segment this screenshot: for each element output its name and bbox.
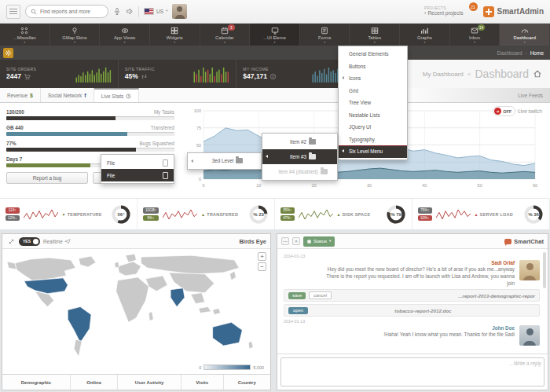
cancel-button[interactable]: cancel [309, 291, 332, 299]
kpi-gauge: % 79 [386, 204, 406, 225]
stats-ribbon: SITE ORDERS 2447 SITE TRAFFIC 45% [0, 60, 550, 88]
nav-item-label: Dashboard [514, 35, 536, 40]
column-header[interactable]: User Activity [118, 375, 181, 390]
menu-item[interactable]: Grid [339, 85, 407, 97]
ribbon: Dashboard › Home [0, 46, 550, 60]
notification-badge[interactable]: 21 [469, 2, 478, 11]
stat-label: SITE ORDERS [6, 67, 36, 72]
progress-row: 130/200My Tasks [6, 109, 174, 120]
stat-value: $47,171 [243, 72, 267, 81]
page-title-prefix: My Dashboard [423, 71, 464, 78]
nav-item-tables[interactable]: Tables▾ [350, 24, 400, 46]
attachment-filename[interactable]: ...report-2013-demographic-repor [458, 293, 535, 299]
file-icon [163, 159, 168, 167]
message-text: Hey did you meet the new board of direct… [318, 266, 515, 287]
progress-label: Bugs Squashed [140, 141, 174, 146]
nav-item-gmap-skins[interactable]: GMap Skins▾ [50, 24, 101, 46]
realtime-toggle[interactable]: YES [19, 237, 40, 246]
nav-item-inbox[interactable]: 14 Inbox▾ [450, 24, 500, 46]
language-selector[interactable]: US ▾ [144, 8, 167, 15]
menu-item[interactable]: Buttons [339, 60, 407, 73]
live-switch-toggle[interactable]: ×OFF Live switch [493, 106, 542, 116]
status-dropdown[interactable]: Status ▾ [303, 236, 335, 247]
nav-item-app-views[interactable]: App Views▾ [100, 24, 150, 46]
close-button[interactable]: × [292, 237, 300, 245]
column-header[interactable]: Country [224, 375, 270, 390]
speaker-icon[interactable] [126, 7, 134, 16]
breadcrumb-parent[interactable]: Dashboard [497, 50, 522, 56]
tab-social-network[interactable]: Social Network f [41, 88, 94, 102]
zoom-out-button[interactable]: − [258, 262, 266, 271]
menu-item[interactable]: JQuery UI [339, 121, 407, 134]
folder-icon [309, 139, 316, 145]
facebook-icon: f [84, 93, 86, 98]
nav-item-ui-elements[interactable]: ...UI Eleme▾ [250, 24, 300, 46]
nav-item-calendar[interactable]: 3 Calendar▾ [200, 24, 251, 46]
submenu-item-active[interactable]: Item #3 [262, 149, 337, 164]
context-menu-item-active[interactable]: File [101, 169, 174, 181]
menu-item[interactable]: Nestable Lists [339, 109, 407, 122]
submenu-arrow-icon [342, 149, 344, 152]
nav-item-miscellaneous[interactable]: ...Miscellan▾ [0, 24, 50, 46]
miscellaneous-icon [20, 27, 28, 35]
ribbon-settings-button[interactable] [3, 48, 13, 58]
reply-input[interactable] [280, 357, 544, 387]
open-button[interactable]: open [288, 307, 308, 314]
save-button[interactable]: save [288, 292, 306, 299]
kpi-gauge: % 23 [248, 204, 269, 225]
message-text: !Haha! Yeah I know what you mean. Thanks… [383, 332, 515, 339]
sender-name[interactable]: John Doe [383, 325, 515, 331]
svg-text:50: 50 [478, 183, 482, 188]
breadcrumb-separator-icon: › [526, 50, 527, 55]
kpi-badge: 9%↑ [143, 215, 159, 221]
zoom-in-button[interactable]: + [258, 252, 266, 261]
user-avatar[interactable] [172, 4, 187, 19]
breadcrumb-current: Home [530, 50, 544, 56]
nav-item-label: Graphs [417, 35, 432, 40]
column-header[interactable]: Demographic [2, 375, 71, 390]
tab-live-stats[interactable]: Live Stats [94, 88, 140, 102]
plane-icon [64, 238, 71, 244]
column-header[interactable]: Visits [182, 375, 224, 390]
menu-item[interactable]: Typography [339, 134, 407, 146]
recent-projects-dropdown[interactable]: PROJECTS ▾Recent projects [424, 6, 463, 17]
realtime-label-group: Realtime [43, 238, 71, 244]
global-search [25, 5, 108, 18]
minimize-button[interactable]: — [281, 237, 289, 245]
search-input[interactable] [40, 9, 103, 14]
svg-text:100: 100 [194, 108, 201, 113]
expand-button[interactable] [6, 236, 16, 246]
attachment-filename[interactable]: tobacco-report-2012.doc [394, 308, 451, 313]
context-menu-item[interactable]: File [101, 156, 174, 169]
microphone-icon[interactable] [113, 7, 121, 16]
progress-value: 130/200 [6, 109, 24, 115]
chat-scrollbar[interactable] [543, 252, 546, 288]
sender-name[interactable]: Sadi Orlaf [318, 260, 515, 266]
kpi-server-load: 75%↑ 10%↓ ▲SERVER LOAD % 36 [412, 199, 550, 229]
traffic-arrows-icon [141, 73, 148, 80]
tab-revenue[interactable]: Revenue $ [0, 88, 41, 102]
kpi-gauge: % 36 [523, 204, 544, 225]
menu-item[interactable]: Icons [339, 72, 407, 85]
submenu-item[interactable]: 3ed Level [188, 153, 261, 169]
menu-item[interactable]: General Elements [339, 48, 407, 60]
kpi-transfered: 10GB↑ 9%↑ ▲TRANSFERED % 23 [138, 199, 275, 229]
ui-elements-dropdown: General Elements Buttons Icons Grid Tree… [338, 46, 408, 160]
world-map[interactable]: + − 0 5,000 [2, 249, 270, 374]
menu-toggle-button[interactable] [6, 5, 20, 19]
kpi-badge: 75%↑ [418, 207, 432, 213]
nav-item-dashboard[interactable]: Dashboard▾ [500, 24, 550, 46]
gear-icon [5, 49, 12, 57]
submenu-item[interactable]: Item #2 [262, 134, 337, 149]
nav-item-forms[interactable]: Forms▾ [300, 24, 350, 46]
chevron-down-icon: ▾ [274, 41, 276, 43]
column-header[interactable]: Online [71, 375, 118, 390]
nav-item-widgets[interactable]: Widgets▾ [150, 24, 200, 46]
menu-item[interactable]: Tree View [339, 97, 407, 109]
clock-icon [126, 93, 131, 99]
report-bug-button[interactable]: Report a bug [6, 172, 88, 184]
nav-item-graphs[interactable]: Graphs▾ [400, 24, 450, 46]
nav-item-label: ...UI Eleme [263, 35, 286, 40]
nav-item-label: Widgets [167, 35, 183, 40]
menu-item-six-level[interactable]: Six Level Menu [339, 145, 407, 158]
